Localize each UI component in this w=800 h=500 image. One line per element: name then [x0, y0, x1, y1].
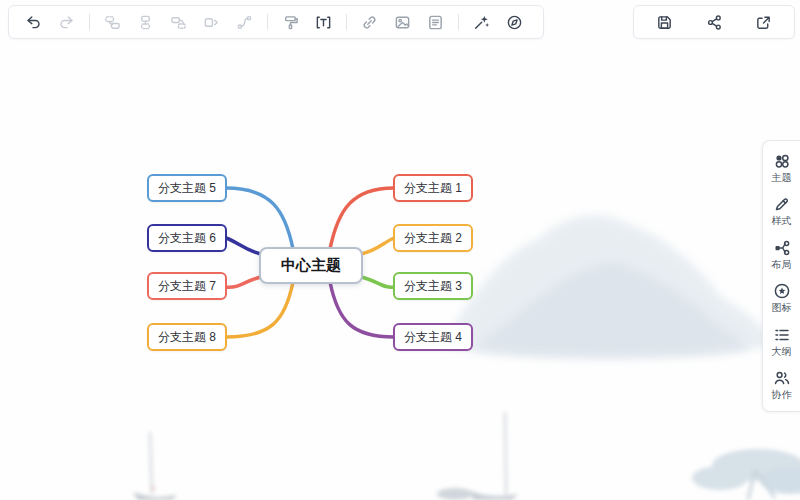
sidebar-item-style[interactable]: 样式 — [763, 193, 800, 228]
redo-icon — [58, 14, 75, 31]
connector-branch-5 — [226, 188, 293, 249]
branch-node-2[interactable]: 分支主题 2 — [393, 224, 473, 252]
sidebar-label-style: 样式 — [772, 215, 792, 226]
mountain-art — [440, 215, 772, 358]
toolbar-separator — [89, 14, 90, 30]
boat-art — [133, 412, 518, 500]
sidebar-item-collaboration[interactable]: 协作 — [763, 367, 800, 402]
branch-node-1[interactable]: 分支主题 1 — [393, 174, 473, 202]
central-topic-node[interactable]: 中心主题 — [259, 247, 363, 284]
undo-icon — [25, 14, 42, 31]
insert-note-button[interactable] — [422, 9, 449, 35]
insert-sibling-node-button[interactable] — [99, 9, 126, 35]
ai-magic-icon — [473, 14, 490, 31]
file-toolbar — [633, 5, 795, 39]
toolbar-separator — [458, 14, 459, 30]
share-icon — [706, 14, 723, 31]
branch-node-5[interactable]: 分支主题 5 — [147, 174, 227, 202]
branch-node-7[interactable]: 分支主题 7 — [147, 272, 227, 300]
insert-child-node-icon — [137, 14, 154, 31]
undo-button[interactable] — [20, 9, 47, 35]
branch-node-4[interactable]: 分支主题 4 — [393, 323, 473, 351]
connector-branch-1 — [330, 188, 394, 249]
toolbar-separator — [346, 14, 347, 30]
toolbar-separator — [267, 14, 268, 30]
mindmap-app: 中心主题 分支主题 1 分支主题 2 分支主题 3 分支主题 4 分支主题 5 … — [0, 0, 800, 500]
sidebar-item-theme[interactable]: 主题 — [763, 150, 800, 185]
connector-branch-6 — [226, 238, 261, 254]
outline-icon — [773, 326, 791, 344]
redo-button[interactable] — [53, 9, 80, 35]
hyperlink-button[interactable] — [356, 9, 383, 35]
save-button[interactable] — [651, 9, 678, 35]
style-icon — [773, 195, 791, 213]
insert-parent-node-icon — [170, 14, 187, 31]
insert-note-icon — [427, 14, 444, 31]
insert-sibling-node-icon — [104, 14, 121, 31]
export-icon — [755, 14, 772, 31]
collaboration-icon — [773, 369, 791, 387]
export-button[interactable] — [750, 9, 777, 35]
text-tool-button[interactable] — [310, 9, 337, 35]
hyperlink-icon — [361, 14, 378, 31]
sidebar-label-outline: 大纲 — [772, 346, 792, 357]
connector-branch-7 — [226, 277, 261, 287]
main-toolbar — [8, 5, 544, 39]
sidebar-label-icon: 图标 — [772, 302, 792, 313]
relation-line-button[interactable] — [231, 9, 258, 35]
theme-switch-button[interactable] — [501, 9, 528, 35]
expand-node-button[interactable] — [198, 9, 225, 35]
connector-branch-4 — [330, 282, 394, 337]
layout-icon — [773, 239, 791, 257]
ai-magic-button[interactable] — [468, 9, 495, 35]
branch-node-3[interactable]: 分支主题 3 — [393, 272, 473, 300]
theme-icon — [773, 152, 791, 170]
insert-child-node-button[interactable] — [132, 9, 159, 35]
theme-switch-icon — [506, 14, 523, 31]
sidebar-item-outline[interactable]: 大纲 — [763, 324, 800, 359]
sidebar-label-layout: 布局 — [772, 259, 792, 270]
branch-node-8[interactable]: 分支主题 8 — [147, 323, 227, 351]
insert-image-icon — [394, 14, 411, 31]
sidebar-item-layout[interactable]: 布局 — [763, 237, 800, 272]
text-tool-icon — [315, 14, 332, 31]
sidebar-label-theme: 主题 — [772, 172, 792, 183]
insert-parent-node-button[interactable] — [165, 9, 192, 35]
format-painter-icon — [282, 14, 299, 31]
branch-node-6[interactable]: 分支主题 6 — [147, 224, 227, 252]
expand-node-icon — [203, 14, 220, 31]
connector-branch-2 — [361, 238, 394, 254]
right-side-panel: 主题 样式 布局 图标 大纲 — [762, 140, 800, 412]
save-icon — [656, 14, 673, 31]
connector-branch-8 — [226, 282, 293, 337]
relation-line-icon — [236, 14, 253, 31]
sidebar-item-icon-library[interactable]: 图标 — [763, 280, 800, 315]
icon-library-icon — [773, 282, 791, 300]
tree-art — [692, 449, 800, 500]
share-button[interactable] — [701, 9, 728, 35]
insert-image-button[interactable] — [389, 9, 416, 35]
connector-branch-3 — [361, 277, 394, 287]
sidebar-label-collaboration: 协作 — [772, 389, 792, 400]
format-painter-button[interactable] — [277, 9, 304, 35]
